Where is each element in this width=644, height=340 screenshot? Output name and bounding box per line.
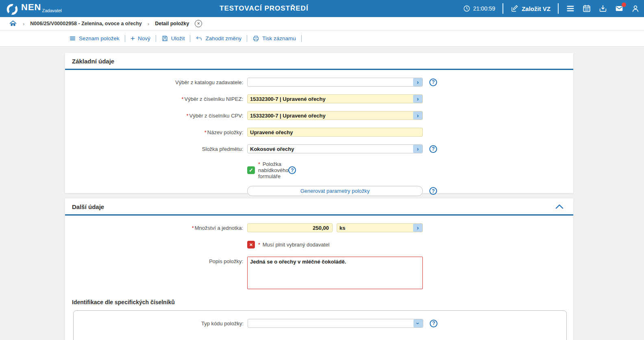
breadcrumb-current: Detail položky (155, 21, 189, 26)
help-icon[interactable]: ? (288, 166, 296, 174)
katalog-picker-button[interactable]: › (413, 78, 422, 86)
generovat-parametry-button[interactable]: Generovat parametry položky (247, 186, 423, 196)
menu-icon[interactable] (566, 4, 575, 13)
cpv-picker-button[interactable]: › (413, 111, 422, 120)
toolbar-item-label: Nový (138, 35, 150, 41)
user-icon[interactable] (631, 4, 640, 13)
mnozstvi-input[interactable] (247, 223, 333, 232)
help-icon[interactable]: ? (429, 145, 437, 153)
subsection-title: Identifikace dle specifických číselníků (72, 299, 573, 305)
create-vz-button[interactable]: Založit VZ (511, 5, 550, 13)
field-row-mnozstvi: *Množství a jednotka: › (65, 223, 573, 232)
cpv-input[interactable] (247, 111, 423, 120)
toolbar-item-new[interactable]: + Nový (125, 35, 156, 42)
field-row-popis: Popis položky: Jedná se o ořechy v mléčn… (65, 257, 573, 289)
slozka-input[interactable] (247, 144, 423, 153)
breadcrumb-separator: › (148, 21, 149, 27)
close-tab-icon[interactable]: × (195, 20, 202, 27)
field-label: *Výběr z číselníku CPV: (65, 113, 247, 119)
section-title: Základní údaje (72, 58, 114, 65)
field-label: *Množství a jednotka: (65, 225, 247, 231)
toolbar-item-label: Seznam položek (79, 35, 120, 41)
environment-title: TESTOVACÍ PROSTŘEDÍ (220, 0, 309, 17)
nipez-input[interactable] (247, 94, 423, 103)
calendar-icon[interactable] (582, 4, 591, 13)
help-icon[interactable]: ? (430, 320, 437, 327)
breadcrumb-procedure[interactable]: N006/25/V00002958 - Zelenina, ovoce a oř… (30, 21, 141, 26)
polozka-formulare-checkbox[interactable]: ✓ (247, 166, 255, 174)
breadcrumb: › N006/25/V00002958 - Zelenina, ovoce a … (0, 17, 644, 31)
divider (503, 3, 503, 14)
brand-name: NEN (21, 1, 41, 13)
app-header: NEN Zadavatel TESTOVACÍ PROSTŘEDÍ 21:00:… (0, 0, 644, 17)
popis-textarea[interactable]: Jedná se o ořechy v mléčné čokoládě. (247, 257, 423, 289)
notification-badge (622, 2, 626, 7)
nipez-picker-button[interactable]: › (413, 95, 422, 103)
field-label: Popis položky: (65, 257, 247, 264)
typ-kodu-select[interactable] (248, 319, 423, 328)
field-row-musi-plnit: × * Musí plnit vybraný dodavatel (247, 240, 573, 249)
jednotka-picker-button[interactable]: › (413, 224, 422, 232)
field-row-slozka: Složka předmětu: › ? (65, 144, 573, 153)
field-label: Výběr z katalogu zadavatele: (65, 79, 247, 85)
mail-button[interactable] (615, 4, 624, 13)
slozka-picker-button[interactable]: › (413, 145, 422, 153)
section-title: Další údaje (72, 203, 104, 210)
section-header: Další údaje (65, 198, 573, 215)
create-vz-label: Založit VZ (522, 5, 550, 12)
record-toolbar: Seznam položek + Nový Uložit Zahodit změ… (0, 31, 644, 47)
save-icon (161, 35, 168, 42)
field-label: *Název položky: (65, 129, 247, 135)
field-row-nazev: *Název položky: (65, 128, 573, 137)
section-underline (65, 69, 573, 70)
katalog-input[interactable] (247, 78, 423, 87)
toolbar-item-label: Uložit (171, 35, 185, 41)
field-label: Složka předmětu: (65, 146, 247, 152)
identifikace-fieldset: Typ kódu položky: › ? (73, 310, 567, 340)
list-icon (69, 35, 76, 42)
divider (558, 3, 559, 14)
undo-icon (196, 35, 202, 42)
toolbar-divider (301, 35, 302, 42)
toolbar-item-discard[interactable]: Zahodit změny (190, 35, 247, 42)
brand-subtitle: Zadavatel (42, 8, 61, 13)
header-actions: 21:00:59 Založit VZ (463, 0, 640, 17)
help-icon[interactable]: ? (429, 78, 437, 86)
nazev-input[interactable] (247, 128, 423, 137)
section-underline (65, 214, 573, 216)
plus-icon: + (131, 35, 135, 42)
section-header: Základní údaje (65, 53, 573, 69)
toolbar-item-label: Zahodit změny (205, 35, 242, 41)
home-icon[interactable] (9, 20, 17, 28)
toolbar-item-label: Tisk záznamu (262, 35, 296, 41)
checkbox-label: * Musí plnit vybraný dodavatel (258, 242, 329, 248)
field-row-katalog: Výběr z katalogu zadavatele: › ? (65, 78, 573, 87)
download-icon[interactable] (598, 4, 607, 13)
clock: 21:00:59 (463, 5, 496, 12)
clock-time: 21:00:59 (473, 5, 496, 12)
field-label: Typ kódu položky: (74, 320, 248, 327)
field-row-generovat: Generovat parametry položky ? (247, 186, 573, 196)
field-row-polozka-formulare: ✓ * Položka nabídkového formuláře ? (247, 161, 573, 179)
breadcrumb-separator: › (23, 21, 24, 27)
toolbar-item-list[interactable]: Seznam položek (69, 35, 125, 42)
field-row-cpv: *Výběr z číselníku CPV: › (65, 111, 573, 120)
musi-plnit-checkbox[interactable]: × (247, 241, 255, 248)
section-dalsi-udaje: Další údaje *Množství a jednotka: › × * … (65, 198, 573, 340)
section-zakladni-udaje: Základní údaje Výběr z katalogu zadavate… (65, 53, 573, 193)
typ-kodu-dropdown-button[interactable]: › (413, 319, 423, 327)
help-icon[interactable]: ? (429, 187, 437, 195)
toolbar-item-print[interactable]: Tisk záznamu (247, 35, 301, 42)
collapse-section-icon[interactable] (555, 203, 564, 210)
field-row-typ-kodu: Typ kódu položky: › ? (74, 319, 566, 328)
field-label: *Výběr z číselníku NIPEZ: (65, 96, 247, 102)
checkbox-label: * Položka nabídkového formuláře (258, 161, 288, 179)
jednotka-input[interactable] (337, 223, 423, 232)
field-row-nipez: *Výběr z číselníku NIPEZ: › (65, 94, 573, 103)
clock-icon (463, 5, 470, 12)
edit-icon (511, 5, 518, 13)
print-icon (252, 35, 259, 42)
nen-swirl-icon (6, 3, 19, 16)
nen-logo[interactable]: NEN Zadavatel (0, 1, 62, 16)
toolbar-item-save[interactable]: Uložit (156, 35, 190, 42)
